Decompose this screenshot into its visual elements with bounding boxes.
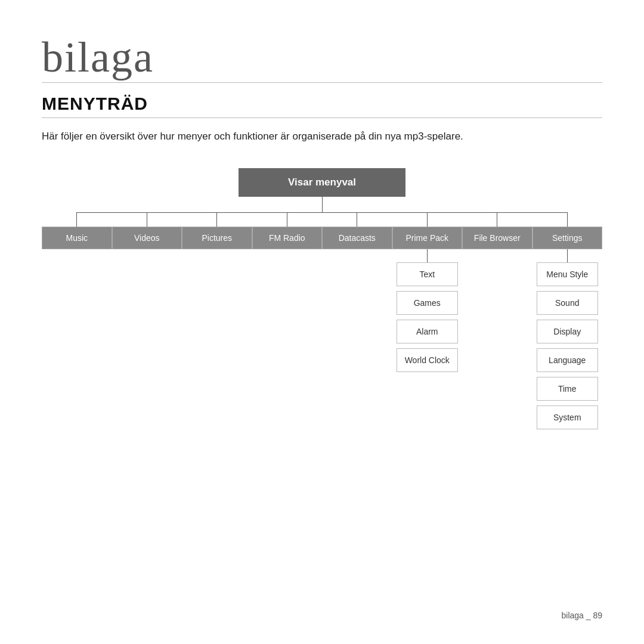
sub-games: Games xyxy=(397,291,458,315)
vline-filebrowser xyxy=(497,212,497,227)
root-node: Visar menyval xyxy=(239,168,405,197)
col-settings: Settings Menu Style Sound Display Langua… xyxy=(532,212,603,434)
node-fmradio: FM Radio xyxy=(252,227,323,249)
sub-display: Display xyxy=(537,320,598,343)
vline-pictures xyxy=(216,212,217,227)
node-music: Music xyxy=(42,227,112,249)
col-music: Music xyxy=(42,212,112,434)
vline-fmradio xyxy=(287,212,287,227)
node-pictures: Pictures xyxy=(182,227,252,249)
root-vline xyxy=(322,197,323,212)
footer-text: bilaga _ 89 xyxy=(561,611,602,620)
node-settings: Settings xyxy=(532,227,603,249)
vline-settings-down xyxy=(567,249,568,262)
vline-videos xyxy=(147,212,147,227)
root-row: Visar menyval xyxy=(42,168,602,197)
level1-nodes-row: Music Videos Pictures FM Radio xyxy=(42,212,602,434)
vline-music xyxy=(76,212,77,227)
vline-primepack-down xyxy=(427,249,428,262)
vline-primepack xyxy=(427,212,428,227)
title-divider xyxy=(42,117,602,118)
page: bilaga MENYTRÄD Här följer en översikt ö… xyxy=(0,0,644,644)
sub-time: Time xyxy=(537,377,598,401)
node-primepack: Prime Pack xyxy=(392,227,463,249)
level1-area: Music Videos Pictures FM Radio xyxy=(42,212,602,434)
logo-text: bilaga xyxy=(42,36,602,79)
page-title: MENYTRÄD xyxy=(42,94,602,114)
col-videos: Videos xyxy=(112,212,182,434)
sub-system: System xyxy=(537,405,598,429)
node-datacasts: Datacasts xyxy=(322,227,392,249)
node-filebrowser: File Browser xyxy=(462,227,532,249)
col-fmradio: FM Radio xyxy=(252,212,323,434)
col-pictures: Pictures xyxy=(182,212,252,434)
vline-datacasts xyxy=(357,212,357,227)
sub-text: Text xyxy=(397,262,458,286)
vline-settings xyxy=(567,212,568,227)
root-vline-container xyxy=(42,197,602,212)
sub-alarm: Alarm xyxy=(397,320,458,343)
sub-sound: Sound xyxy=(537,291,598,315)
col-filebrowser: File Browser xyxy=(462,212,532,434)
node-videos: Videos xyxy=(112,227,182,249)
sub-worldclock: World Clock xyxy=(397,348,458,372)
logo-divider xyxy=(42,82,602,83)
primepack-children: Text Games Alarm World Clock xyxy=(392,262,463,377)
settings-children: Menu Style Sound Display Language Time S… xyxy=(532,262,603,434)
col-primepack: Prime Pack Text Games Alarm World Clock xyxy=(392,212,463,434)
sub-menustyle: Menu Style xyxy=(537,262,598,286)
description-text: Här följer en översikt över hur menyer o… xyxy=(42,129,602,144)
col-datacasts: Datacasts xyxy=(322,212,392,434)
sub-language: Language xyxy=(537,348,598,372)
tree-diagram: Visar menyval Music Videos xyxy=(42,168,602,434)
